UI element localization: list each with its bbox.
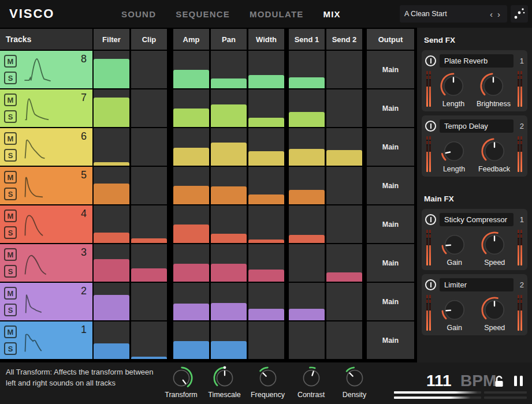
mute-button[interactable]: M [4,55,17,68]
mixer-cell-amp-track-4[interactable] [173,205,209,243]
preset-selector[interactable]: A Clean Start ‹ › [400,5,507,23]
output-cell-track-3[interactable]: Main [367,244,414,282]
mixer-cell-clip-track-1[interactable] [131,321,167,359]
mixer-cell-send1-track-1[interactable] [289,321,325,359]
output-cell-track-5[interactable]: Main [367,167,414,204]
mixer-cell-amp-track-2[interactable] [173,283,209,320]
mixer-cell-send1-track-4[interactable] [289,205,325,243]
mixer-cell-send2-track-7[interactable] [326,89,362,127]
solo-button[interactable]: S [4,188,17,200]
mixer-cell-filter-track-2[interactable] [94,283,129,320]
speed-knob[interactable]: Speed [479,230,509,268]
knob-dial[interactable] [479,136,509,166]
mixer-cell-amp-track-7[interactable] [173,89,209,127]
solo-button[interactable]: S [4,149,17,162]
preset-next-button[interactable]: › [495,10,503,18]
frequency-knob[interactable]: Frequency [246,364,289,399]
knob-dial[interactable] [479,295,509,325]
mixer-cell-clip-track-4[interactable] [131,205,167,243]
mixer-cell-pan-track-2[interactable] [211,283,247,320]
mixer-cell-pan-track-4[interactable] [211,205,247,243]
knob-dial[interactable] [210,364,239,392]
mixer-cell-pan-track-6[interactable] [211,128,247,166]
mixer-cell-filter-track-6[interactable] [94,128,129,166]
mixer-cell-pan-track-3[interactable] [211,244,247,282]
track-row-5[interactable]: MS5 [0,167,92,204]
track-row-3[interactable]: MS3 [0,244,92,282]
mixer-cell-send2-track-3[interactable] [326,244,362,282]
knob-dial[interactable] [254,364,282,392]
fx-name-field[interactable]: Plate Reverb [440,54,514,68]
knob-dial[interactable] [438,71,468,101]
brightness-knob[interactable]: Brightness [477,71,511,109]
mixer-cell-send2-track-2[interactable] [326,283,362,320]
mixer-cell-filter-track-7[interactable] [94,89,129,127]
knob-dial[interactable] [167,364,196,392]
mute-button[interactable]: M [4,171,17,184]
mixer-cell-send1-track-8[interactable] [289,51,325,88]
track-row-1[interactable]: MS1 [0,321,92,359]
mixer-cell-width-track-5[interactable] [248,167,284,204]
mixer-cell-filter-track-1[interactable] [94,321,129,359]
mixer-cell-pan-track-5[interactable] [211,167,247,204]
contrast-knob[interactable]: Contrast [289,364,333,399]
solo-button[interactable]: S [4,342,17,355]
mixer-cell-send2-track-4[interactable] [326,205,362,243]
mixer-cell-width-track-7[interactable] [248,89,284,127]
tempo-lock-icon[interactable] [493,375,505,390]
pause-button[interactable] [514,376,523,386]
tab-mix[interactable]: MIX [323,9,340,19]
knob-dial[interactable] [340,364,369,392]
mute-button[interactable]: M [4,93,17,106]
mixer-cell-filter-track-3[interactable] [94,244,129,282]
mixer-cell-filter-track-8[interactable] [94,51,129,88]
mixer-cell-filter-track-5[interactable] [94,167,129,204]
knob-dial[interactable] [478,71,508,101]
mixer-cell-pan-track-7[interactable] [211,89,247,127]
track-row-8[interactable]: MS8 [0,51,92,88]
power-icon[interactable] [425,55,436,66]
mixer-cell-amp-track-1[interactable] [173,321,209,359]
mute-button[interactable]: M [4,132,17,145]
density-knob[interactable]: Density [333,364,376,399]
mixer-cell-width-track-1[interactable] [248,321,284,359]
mixer-cell-send2-track-8[interactable] [326,51,362,88]
mixer-cell-amp-track-3[interactable] [173,244,209,282]
output-cell-track-1[interactable]: Main [367,321,414,359]
knob-dial[interactable] [440,295,470,325]
mixer-cell-clip-track-8[interactable] [131,51,167,88]
fx-name-field[interactable]: Limiter [440,278,514,291]
mixer-cell-pan-track-1[interactable] [211,321,247,359]
track-row-7[interactable]: MS7 [0,89,92,127]
power-icon[interactable] [425,279,436,290]
mixer-cell-amp-track-5[interactable] [173,167,209,204]
output-cell-track-6[interactable]: Main [367,128,414,166]
knob-dial[interactable] [297,364,326,392]
mute-button[interactable]: M [4,287,17,300]
preset-prev-button[interactable]: ‹ [488,10,495,18]
knob-dial[interactable] [440,230,470,260]
solo-button[interactable]: S [4,110,17,123]
mixer-cell-amp-track-6[interactable] [173,128,209,166]
feedback-knob[interactable]: Feedback [478,136,510,174]
mixer-cell-clip-track-3[interactable] [131,244,167,282]
transform-knob[interactable]: Transform [159,364,203,399]
solo-button[interactable]: S [4,304,17,316]
tab-modulate[interactable]: MODULATE [250,9,303,19]
mixer-cell-filter-track-4[interactable] [94,205,129,243]
track-row-2[interactable]: MS2 [0,283,92,320]
mixer-cell-clip-track-5[interactable] [131,167,167,204]
fx-name-field[interactable]: Tempo Delay [440,119,514,133]
mixer-cell-clip-track-6[interactable] [131,128,167,166]
solo-button[interactable]: S [4,72,17,84]
mixer-cell-send2-track-1[interactable] [326,321,362,359]
output-cell-track-2[interactable]: Main [367,283,414,320]
mixer-cell-clip-track-7[interactable] [131,89,167,127]
power-icon[interactable] [425,214,436,225]
randomize-button[interactable] [511,5,528,23]
mute-button[interactable]: M [4,248,17,261]
mixer-cell-clip-track-2[interactable] [131,283,167,320]
solo-button[interactable]: S [4,265,17,278]
fx-name-field[interactable]: Sticky Compressor [440,213,514,226]
speed-knob[interactable]: Speed [479,295,509,333]
